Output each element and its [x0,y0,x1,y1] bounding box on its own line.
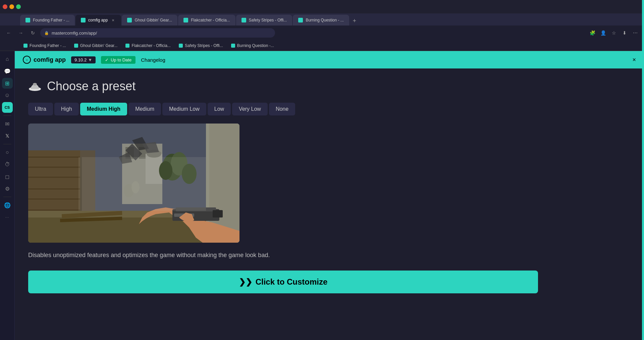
preset-tab-medium-high[interactable]: Medium High [80,103,127,115]
tab-favicon-burning-question [298,18,303,22]
logo-icon: ○ [23,56,31,64]
customize-button-label: Click to Customize [256,277,328,287]
address-bar[interactable]: 🔒 mastercomfig.com/app/ [40,28,275,38]
svg-rect-39 [78,157,206,211]
bookmark-flakcatcher[interactable]: Flakcatcher - Officia... [122,42,174,50]
preset-tab-very-low[interactable]: Very Low [232,103,268,115]
sidebar-icon-cs[interactable]: CS [2,102,13,113]
sidebar-icon-messenger[interactable]: ✉ [2,118,13,129]
lock-icon: 🔒 [44,31,49,35]
sidebar-divider-2 [3,144,11,144]
tabs-bar: Founding Father - ... comfig app ✕ Ghoul… [0,13,644,26]
tab-close-comfig-app[interactable]: ✕ [110,17,116,23]
bookmark-safety-stripes[interactable]: Safety Stripes - Offi... [175,42,226,50]
heading-icon [28,80,42,93]
sidebar-icon-box[interactable]: ◻ [2,171,13,182]
checkmark-icon: ✓ [105,57,109,62]
tab-comfig-app[interactable]: comfig app ✕ [75,15,121,26]
page-content: ○ comfig app 9.10.2 ▼ ✓ Up to Date Chang… [15,51,644,340]
header-close-button[interactable]: × [632,56,636,63]
tab-founding-father[interactable]: Founding Father - ... [20,15,75,26]
favorites-icon[interactable]: ☆ [609,28,619,38]
tab-favicon-flakcatcher [183,18,188,22]
back-button[interactable]: ← [4,28,13,38]
preset-tab-high[interactable]: High [54,103,79,115]
tab-safety-stripes[interactable]: Safety Stripes - Offi... [236,15,292,26]
sidebar-icon-home[interactable]: ⌂ [2,54,13,64]
description-text: Disables unoptimized features and optimi… [28,251,343,260]
tab-favicon-ghoul-gibbin [127,18,132,22]
preset-tab-medium-low[interactable]: Medium Low [162,103,206,115]
sidebar-icon-grid[interactable]: ⊞ [2,78,13,89]
bookmark-burning-question[interactable]: Burning Question -... [228,42,277,50]
bookmark-favicon-flakcatcher [125,44,129,48]
preset-tab-medium[interactable]: Medium [128,103,161,115]
right-accent-bar [642,51,644,340]
preset-icon-svg [28,80,42,93]
window-maximize-button[interactable] [16,4,21,9]
bookmark-ghoul-gibbin[interactable]: Ghoul Gibbin' Gear... [71,42,121,50]
app-logo-label: comfig app [34,56,66,63]
svg-point-1 [33,83,37,86]
page-heading: Choose a preset [28,79,631,93]
profile-icon[interactable]: 👤 [598,28,608,38]
bookmark-label-safety-stripes: Safety Stripes - Offi... [185,43,223,48]
tab-label-ghoul-gibbin: Ghoul Gibbin' Gear... [135,18,172,22]
bookmark-favicon-safety-stripes [179,44,183,48]
version-badge[interactable]: 9.10.2 ▼ [71,56,96,63]
address-bar-row: ← → ↻ 🔒 mastercomfig.com/app/ 🧩 👤 ☆ ⬇ ⋯ [0,26,644,40]
bookmark-label-founding-father: Founding Father - ... [30,43,66,48]
sidebar-icon-circle[interactable]: ○ [2,147,13,158]
preset-tab-none[interactable]: None [269,103,295,115]
left-sidebar: ⌂ 💬 ⊞ ☺ CS ✉ 𝕏 ○ ⏱ ◻ ⚙ 🌐 ··· [0,51,15,340]
window-minimize-button[interactable] [9,4,14,9]
tab-favicon-safety-stripes [241,18,246,22]
new-tab-button[interactable]: + [350,16,359,26]
game-screenshot-container [28,124,239,243]
reload-button[interactable]: ↻ [28,28,38,38]
sidebar-icon-more[interactable]: ··· [2,212,13,223]
tab-favicon-founding-father [25,18,30,22]
sidebar-icon-settings[interactable]: ⚙ [2,183,13,194]
svg-rect-31 [213,210,223,217]
page-title: Choose a preset [47,79,136,93]
version-dropdown-icon[interactable]: ▼ [88,57,92,62]
sidebar-icon-face[interactable]: ☺ [2,90,13,101]
tab-label-burning-question: Burning Question - ... [306,18,343,22]
download-icon[interactable]: ⬇ [620,28,629,38]
tab-favicon-comfig-app [81,18,86,22]
preset-tab-low[interactable]: Low [208,103,231,115]
tab-label-safety-stripes: Safety Stripes - Offi... [249,18,287,22]
customize-button[interactable]: ❯❯ Click to Customize [28,271,538,293]
extensions-icon[interactable]: 🧩 [588,28,597,38]
sidebar-divider-1 [3,115,11,116]
changelog-link[interactable]: Changelog [141,57,165,63]
tab-flakcatcher[interactable]: Flakcatcher - Officia... [178,15,235,26]
sidebar-divider-3 [3,197,11,197]
bookmark-founding-father[interactable]: Founding Father - ... [20,42,69,50]
sidebar-icon-clock[interactable]: ⏱ [2,159,13,170]
sidebar-icon-globe[interactable]: 🌐 [2,200,13,210]
bookmark-label-ghoul-gibbin: Ghoul Gibbin' Gear... [80,43,118,48]
preset-tab-ultra[interactable]: Ultra [28,103,53,115]
bookmark-label-burning-question: Burning Question -... [237,43,274,48]
app-header: ○ comfig app 9.10.2 ▼ ✓ Up to Date Chang… [15,51,644,68]
tab-ghoul-gibbin[interactable]: Ghoul Gibbin' Gear... [122,15,177,26]
preset-tabs: Ultra High Medium High Medium Medium Low… [28,103,631,115]
game-scene-svg [28,124,239,243]
forward-button[interactable]: → [16,28,25,38]
sidebar-icon-chat[interactable]: 💬 [2,66,13,77]
main-content: Choose a preset Ultra High Medium High M… [15,68,644,340]
browser-body: ⌂ 💬 ⊞ ☺ CS ✉ 𝕏 ○ ⏱ ◻ ⚙ 🌐 ··· ○ comfig ap… [0,51,644,340]
toolbar-icons: 🧩 👤 ☆ ⬇ ⋯ [588,28,640,38]
customize-button-icon: ❯❯ [239,277,252,287]
menu-icon[interactable]: ⋯ [631,28,640,38]
sidebar-icon-twitter[interactable]: 𝕏 [2,131,13,141]
bookmark-favicon-ghoul-gibbin [74,44,78,48]
version-number: 9.10.2 [74,57,87,62]
tab-label-comfig-app: comfig app [88,18,108,22]
tab-burning-question[interactable]: Burning Question - ... [293,15,349,26]
address-text: mastercomfig.com/app/ [52,31,97,36]
window-controls [3,4,21,9]
window-close-button[interactable] [3,4,7,9]
